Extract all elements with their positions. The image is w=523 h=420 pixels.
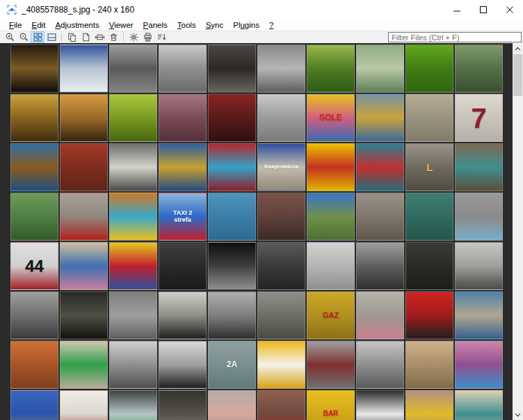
thumbnail-26[interactable]: Kasprowicza: [257, 143, 305, 191]
paste-button[interactable]: [79, 31, 92, 43]
thumbnail-55[interactable]: [208, 291, 256, 339]
thumbnail-52[interactable]: [60, 291, 108, 339]
thumbnail-40[interactable]: [455, 193, 503, 241]
vertical-scrollbar[interactable]: [513, 43, 523, 420]
thumbnail-64[interactable]: [159, 341, 207, 389]
menu-item-adjustments[interactable]: Adjustments: [50, 19, 104, 31]
thumbnail-80[interactable]: [455, 390, 503, 420]
menu-item-file[interactable]: File: [4, 19, 27, 31]
thumbnail-32[interactable]: [60, 193, 108, 241]
thumbnail-19[interactable]: [405, 94, 453, 142]
thumbnail-54[interactable]: [159, 291, 207, 339]
thumbnail-39[interactable]: [405, 193, 453, 241]
thumbnail-17[interactable]: SOLE: [307, 94, 355, 142]
print-button[interactable]: [140, 31, 154, 43]
thumbnail-61[interactable]: [10, 341, 58, 389]
thumbnail-78[interactable]: [356, 390, 404, 420]
thumbnail-75[interactable]: [208, 390, 256, 420]
thumbnail-48[interactable]: [356, 242, 404, 290]
menu-item-edit[interactable]: Edit: [27, 19, 51, 31]
maximize-button[interactable]: [470, 0, 497, 19]
thumbnail-1[interactable]: [10, 45, 58, 92]
thumbnail-3[interactable]: [109, 45, 157, 92]
scroll-down-button[interactable]: [513, 410, 523, 420]
delete-button[interactable]: [106, 31, 120, 43]
settings-button[interactable]: [127, 31, 140, 43]
thumbnail-18[interactable]: [356, 94, 404, 142]
thumbnail-21[interactable]: [10, 143, 58, 191]
thumbnail-46[interactable]: [257, 242, 305, 290]
thumbnail-29[interactable]: L: [405, 143, 453, 191]
thumbnail-6[interactable]: [257, 45, 305, 92]
zoom-in-button[interactable]: [3, 31, 17, 43]
thumbnail-73[interactable]: [109, 390, 157, 420]
thumbnail-56[interactable]: [257, 291, 305, 339]
thumbnail-49[interactable]: [405, 242, 453, 290]
thumbnail-74[interactable]: [159, 390, 207, 420]
filter-files-input[interactable]: [388, 32, 522, 42]
thumbnail-16[interactable]: [257, 94, 305, 142]
thumbnail-35[interactable]: [208, 193, 256, 241]
thumbnail-42[interactable]: [60, 242, 108, 290]
thumbnail-36[interactable]: [257, 193, 305, 241]
menu-item-help[interactable]: ?: [264, 19, 278, 31]
thumbnail-22[interactable]: [60, 143, 108, 191]
thumbnail-14[interactable]: [159, 94, 207, 142]
thumbnail-59[interactable]: [405, 291, 453, 339]
thumbnail-23[interactable]: [109, 143, 157, 191]
thumbnail-51[interactable]: [10, 291, 58, 339]
thumbnail-41[interactable]: 44: [10, 242, 58, 290]
thumbnail-68[interactable]: [356, 341, 404, 389]
menu-item-plugins[interactable]: Plugins: [228, 19, 264, 31]
thumbnail-24[interactable]: [159, 143, 207, 191]
thumbnail-9[interactable]: [405, 45, 453, 92]
menu-item-tools[interactable]: Tools: [172, 19, 201, 31]
copy-button[interactable]: [65, 31, 79, 43]
thumbnail-44[interactable]: [159, 242, 207, 290]
zoom-out-button[interactable]: [17, 31, 31, 43]
thumbnail-53[interactable]: [109, 291, 157, 339]
thumbnail-67[interactable]: [307, 341, 355, 389]
thumbnail-30[interactable]: [455, 143, 503, 191]
thumbnail-34[interactable]: TAXI 2 strefa: [159, 193, 207, 241]
scroll-up-button[interactable]: [513, 43, 523, 54]
thumbnail-58[interactable]: [356, 291, 404, 339]
thumbnail-8[interactable]: [356, 45, 404, 92]
sort-order-button[interactable]: [154, 31, 168, 43]
thumbnail-4[interactable]: [159, 45, 207, 92]
thumbnail-10[interactable]: [455, 45, 503, 92]
thumbnail-47[interactable]: [307, 242, 355, 290]
thumbnail-2[interactable]: [60, 45, 108, 92]
thumbnail-15[interactable]: [208, 94, 256, 142]
menu-item-viewer[interactable]: Viewer: [104, 19, 138, 31]
thumbnail-7[interactable]: [307, 45, 355, 92]
thumbnail-71[interactable]: [10, 390, 58, 420]
thumbnail-31[interactable]: [10, 193, 58, 241]
thumbnail-66[interactable]: [257, 341, 305, 389]
thumbnail-72[interactable]: [60, 390, 108, 420]
thumbnail-view-button[interactable]: [31, 31, 45, 43]
thumbnail-77[interactable]: BAR: [307, 390, 355, 420]
thumbnail-27[interactable]: [307, 143, 355, 191]
menu-item-panels[interactable]: Panels: [138, 19, 172, 31]
thumbnail-33[interactable]: [109, 193, 157, 241]
thumbnail-13[interactable]: [109, 94, 157, 142]
thumbnail-5[interactable]: [208, 45, 256, 92]
thumbnail-50[interactable]: [455, 242, 503, 290]
thumbnail-57[interactable]: GAZ: [307, 291, 355, 339]
thumbnail-37[interactable]: [307, 193, 355, 241]
thumbnail-65[interactable]: 2A: [208, 341, 256, 389]
thumbnail-11[interactable]: [10, 94, 58, 142]
thumbnail-20[interactable]: 7: [455, 94, 503, 142]
minimize-button[interactable]: [444, 0, 470, 19]
thumbnail-43[interactable]: [109, 242, 157, 290]
thumbnail-63[interactable]: [109, 341, 157, 389]
thumbnail-38[interactable]: [356, 193, 404, 241]
thumbnail-69[interactable]: [405, 341, 453, 389]
thumbnail-28[interactable]: [356, 143, 404, 191]
menu-item-sync[interactable]: Sync: [201, 19, 229, 31]
thumbnail-60[interactable]: [455, 291, 503, 339]
preview-pane-button[interactable]: [45, 31, 58, 43]
thumbnail-76[interactable]: [257, 390, 305, 420]
thumbnail-25[interactable]: [208, 143, 256, 191]
